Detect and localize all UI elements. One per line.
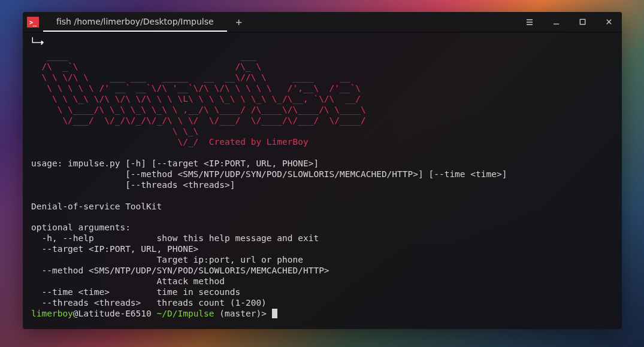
maximize-button[interactable] <box>569 12 595 32</box>
svg-rect-0 <box>580 19 585 24</box>
new-tab-button[interactable]: + <box>227 12 251 32</box>
titlebar-spacer <box>251 12 516 32</box>
ascii-art-logo: ____ ___ /\ _`\ /\_ \ \ \ \/\ \ ___ ___ … <box>31 51 366 136</box>
usage-text: usage: impulse.py [-h] [--target <IP:POR… <box>31 159 507 308</box>
minimize-icon <box>552 18 560 26</box>
prompt-branch: (master)> <box>214 309 272 318</box>
tab-label: fish /home/limerboy/Desktop/Impulse <box>56 17 214 26</box>
terminal-icon: >_ <box>27 17 39 28</box>
credit-line: \/_/ Created by LimerBoy <box>31 137 309 147</box>
prompt-host: @Latitude-E6510 <box>73 309 157 318</box>
minimize-button[interactable] <box>543 12 569 32</box>
menu-button[interactable] <box>516 12 543 32</box>
prompt-user: limerboy <box>31 309 73 318</box>
prompt-path: ~/D/Impulse <box>157 309 214 318</box>
mouse-cursor-icon: ⮡ <box>31 36 44 51</box>
prompt-cursor[interactable] <box>272 309 277 318</box>
tab-active[interactable]: fish /home/limerboy/Desktop/Impulse <box>43 12 227 32</box>
plus-icon: + <box>235 16 242 28</box>
close-button[interactable] <box>595 12 622 32</box>
window-titlebar[interactable]: >_ fish /home/limerboy/Desktop/Impulse + <box>23 12 622 32</box>
app-icon: >_ <box>23 12 43 32</box>
terminal-output[interactable]: ⮡ ____ ___ /\ _`\ /\_ \ \ \ \/\ \ ___ __… <box>23 32 622 329</box>
hamburger-icon <box>525 18 534 26</box>
close-icon <box>605 18 613 26</box>
terminal-window: >_ fish /home/limerboy/Desktop/Impulse +… <box>23 12 622 329</box>
maximize-icon <box>579 18 586 26</box>
